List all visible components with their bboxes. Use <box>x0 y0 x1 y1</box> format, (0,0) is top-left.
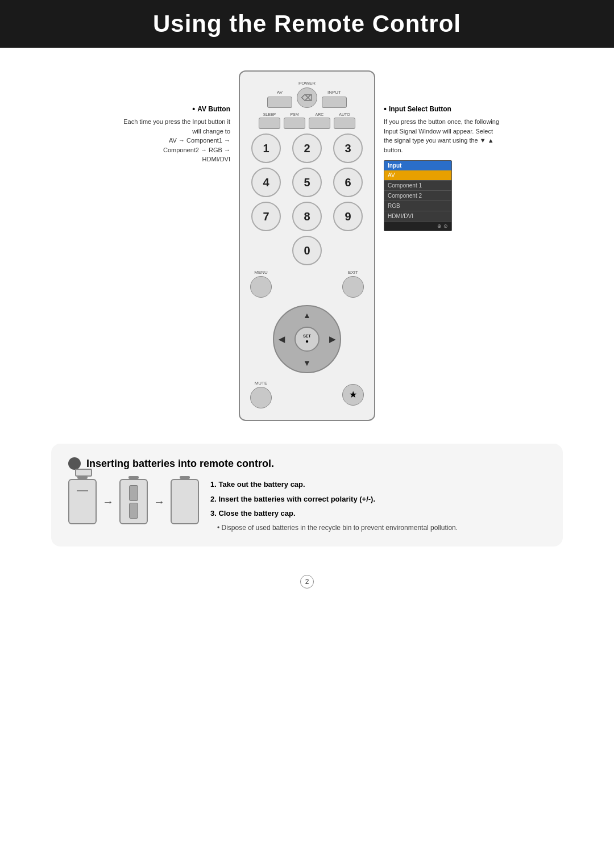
remote-control: AV POWER ⌫ INPUT SLEEP <box>239 70 375 421</box>
exit-btn[interactable] <box>342 276 364 298</box>
step-3-sub: • Dispose of used batteries in the recyc… <box>217 523 546 533</box>
step-2-text: 2. Insert the batteries with correct pol… <box>210 495 375 503</box>
sleep-btn[interactable] <box>259 118 280 129</box>
arrow-icon-2: → <box>154 495 165 508</box>
page-circle: 2 <box>300 575 314 589</box>
cell-1 <box>129 485 138 501</box>
dpad-outer[interactable]: ▲ ▼ ◀ ▶ SET ● <box>273 305 341 373</box>
battery-cap <box>75 469 92 477</box>
star-btn[interactable]: ★ <box>342 384 364 406</box>
power-btn[interactable]: ⌫ <box>297 87 317 108</box>
input-signal-window: Input AV Component 1 Component 2 RGB HDM… <box>384 160 452 231</box>
num-btn-2[interactable]: 2 <box>292 133 322 163</box>
num-btn-8[interactable]: 8 <box>292 202 322 231</box>
battery-closed <box>171 479 199 524</box>
num-btn-9[interactable]: 9 <box>333 202 363 231</box>
remote-section: AV Button Each time you press the Input … <box>23 70 591 421</box>
battery-body-filled <box>119 479 148 524</box>
number-grid: 1 2 3 4 5 6 7 8 9 <box>248 133 366 231</box>
circle-icon <box>68 457 81 470</box>
batteries-title: Inserting batteries into remote control. <box>68 457 546 470</box>
dpad-area: ▲ ▼ ◀ ▶ SET ● <box>270 302 344 376</box>
mute-group: MUTE <box>250 381 272 408</box>
num-btn-0[interactable]: 0 <box>292 236 322 265</box>
battery-nub3 <box>180 476 190 479</box>
dpad-right-arrow[interactable]: ▶ <box>329 335 335 344</box>
av-button-group: AV <box>267 90 292 108</box>
step-2: 2. Insert the batteries with correct pol… <box>210 494 546 505</box>
zero-row: 0 <box>248 236 366 265</box>
psm-btn[interactable] <box>284 118 305 129</box>
auto-label: AUTO <box>339 112 350 116</box>
spring-line <box>77 490 88 491</box>
step-3: 3. Close the battery cap. <box>210 508 546 519</box>
auto-group: AUTO <box>334 112 355 129</box>
isw-item-hdmidvi[interactable]: HDMI/DVI <box>384 211 451 222</box>
num-btn-empty-left <box>251 236 281 265</box>
num-btn-6[interactable]: 6 <box>333 168 363 197</box>
batteries-content: → → <box>68 479 546 533</box>
exit-group: EXIT <box>342 270 364 298</box>
isw-item-component2[interactable]: Component 2 <box>384 191 451 201</box>
input-button-group: INPUT <box>322 90 347 108</box>
menu-btn[interactable] <box>250 276 272 298</box>
num-btn-3[interactable]: 3 <box>333 133 363 163</box>
sleep-group: SLEEP <box>259 112 280 129</box>
isw-item-rgb[interactable]: RGB <box>384 201 451 211</box>
input-select-description: If you press the button once, the follow… <box>384 117 500 155</box>
isw-footer: ⊕ ⊙ <box>384 222 451 231</box>
main-content: AV Button Each time you press the Input … <box>0 70 614 594</box>
num-btn-7[interactable]: 7 <box>251 202 281 231</box>
battery-body-closed <box>171 479 199 524</box>
input-label: INPUT <box>327 90 341 95</box>
page-title: Using the Remote Control <box>0 10 614 37</box>
num-btn-5[interactable]: 5 <box>292 168 322 197</box>
mute-btn[interactable] <box>250 387 272 408</box>
right-annotation: Input Select Button If you press the but… <box>375 70 500 231</box>
psm-group: PSM <box>284 112 305 129</box>
batteries-section: Inserting batteries into remote control. <box>51 444 563 546</box>
menu-exit-row: MENU EXIT <box>248 270 366 298</box>
batteries-steps: 1. Take out the battery cap. 2. Insert t… <box>210 479 546 533</box>
dpad-down-arrow[interactable]: ▼ <box>303 358 311 368</box>
title-bar: Using the Remote Control <box>0 0 614 48</box>
input-select-label: Input Select Button <box>384 105 500 114</box>
set-label: SET <box>303 334 311 338</box>
dpad-left-arrow[interactable]: ◀ <box>279 335 285 344</box>
mute-star-row: MUTE ★ <box>248 381 366 408</box>
av-label: AV <box>277 90 283 95</box>
menu-group: MENU <box>250 270 272 298</box>
sleep-label: SLEEP <box>263 112 276 116</box>
input-btn[interactable] <box>322 97 347 108</box>
dpad-up-arrow[interactable]: ▲ <box>303 311 311 320</box>
num-btn-4[interactable]: 4 <box>251 168 281 197</box>
arc-group: ARC <box>309 112 330 129</box>
arrow-icon-1: → <box>102 495 114 508</box>
av-btn[interactable] <box>267 97 292 108</box>
av-button-label: AV Button <box>114 105 230 114</box>
mute-label: MUTE <box>255 381 268 386</box>
power-button-group: POWER ⌫ <box>297 81 317 108</box>
av-button-description: Each time you press the Input button it … <box>114 117 230 164</box>
remote-second-row: SLEEP PSM ARC AUTO <box>248 112 366 129</box>
psm-label: PSM <box>290 112 298 116</box>
power-label: POWER <box>298 81 316 86</box>
battery-with-cells <box>119 479 148 524</box>
batteries-illustration: → → <box>68 479 199 524</box>
num-btn-empty-right <box>333 236 363 265</box>
arc-btn[interactable] <box>309 118 330 129</box>
step-3-text: 3. Close the battery cap. <box>210 509 296 518</box>
isw-item-av[interactable]: AV <box>384 170 451 181</box>
page-number-area: 2 <box>300 564 314 594</box>
step-1: 1. Take out the battery cap. <box>210 479 546 490</box>
step-1-text: 1. Take out the battery cap. <box>210 480 305 489</box>
dpad-center-btn[interactable]: SET ● <box>294 327 320 352</box>
auto-btn[interactable] <box>334 118 355 129</box>
remote-top-row: AV POWER ⌫ INPUT <box>248 81 366 108</box>
menu-label: MENU <box>254 270 268 275</box>
num-btn-1[interactable]: 1 <box>251 133 281 163</box>
isw-item-component1[interactable]: Component 1 <box>384 181 451 191</box>
set-icon: ● <box>305 338 309 344</box>
arc-label: ARC <box>316 112 324 116</box>
left-annotation: AV Button Each time you press the Input … <box>114 70 239 164</box>
